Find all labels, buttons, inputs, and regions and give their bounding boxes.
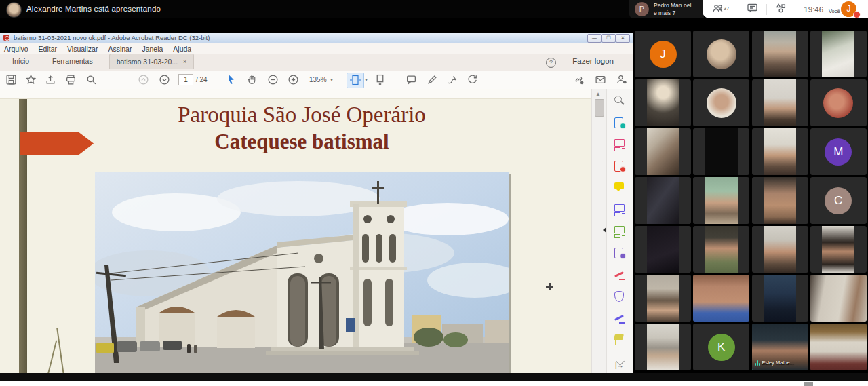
close-button[interactable]: ✕: [616, 34, 630, 43]
participant-video: [764, 79, 796, 126]
email-icon[interactable]: [595, 74, 606, 85]
minimize-button[interactable]: —: [587, 34, 601, 43]
share-upload-icon[interactable]: [45, 74, 56, 85]
certificates-icon[interactable]: [614, 313, 626, 324]
participant-tile[interactable]: [693, 128, 749, 175]
export-pdf-icon[interactable]: [614, 117, 626, 129]
zoom-caret-icon[interactable]: ▾: [330, 77, 333, 83]
zoom-in-icon[interactable]: [288, 74, 299, 85]
help-icon[interactable]: ?: [546, 58, 556, 68]
comment-icon[interactable]: [614, 182, 626, 194]
print-icon[interactable]: [65, 74, 77, 85]
page-bottom-strip: [0, 381, 868, 386]
participant-tile[interactable]: [752, 275, 808, 322]
participant-tile[interactable]: [635, 324, 691, 370]
participant-tile[interactable]: [810, 226, 867, 273]
fit-width-icon[interactable]: [374, 74, 386, 85]
participant-tile[interactable]: [752, 128, 808, 175]
participant-tile[interactable]: Esley Mathe...: [752, 324, 808, 370]
participant-tile[interactable]: [635, 275, 691, 322]
chat-icon[interactable]: [747, 3, 758, 16]
participant-initial-avatar: M: [825, 138, 852, 166]
pinned-participant-pill[interactable]: P Pedro Man oel e mais 7: [629, 0, 704, 18]
highlight-pen-icon[interactable]: [427, 74, 438, 85]
acrobat-app-icon: [3, 35, 9, 41]
edit-pdf-icon[interactable]: [614, 139, 626, 151]
menu-janela[interactable]: Janela: [142, 45, 163, 53]
participant-tile[interactable]: [752, 226, 808, 273]
participant-tile[interactable]: [693, 177, 749, 224]
participant-tile[interactable]: [810, 275, 867, 322]
zoom-out-icon[interactable]: [267, 74, 279, 85]
restore-button[interactable]: ❐: [601, 34, 616, 43]
convert-tool-icon[interactable]: [467, 74, 478, 85]
comment-tool-icon[interactable]: [406, 74, 417, 85]
stamp-icon[interactable]: [614, 334, 626, 346]
participant-initial-avatar: J: [650, 41, 677, 68]
menu-assinar[interactable]: Assinar: [108, 45, 132, 53]
menu-visualizar[interactable]: Visualizar: [67, 45, 98, 53]
select-tool-icon[interactable]: [225, 74, 237, 85]
participant-tile[interactable]: [693, 226, 749, 273]
previous-page-icon[interactable]: [138, 74, 149, 85]
activities-icon[interactable]: [775, 3, 787, 16]
participant-tile[interactable]: [635, 177, 691, 224]
acrobat-menubar: ArquivoEditarVisualizarAssinarJanelaAjud…: [0, 43, 633, 54]
menu-arquivo[interactable]: Arquivo: [4, 45, 28, 53]
zoom-level-label[interactable]: 135%: [309, 76, 327, 83]
participant-tile-avatar[interactable]: C: [810, 177, 867, 224]
find-icon[interactable]: [85, 74, 97, 85]
participant-tile-avatar[interactable]: M: [810, 128, 867, 175]
tab-document[interactable]: batismo 31-03-20...×: [109, 54, 195, 69]
participant-tile-avatar[interactable]: J: [635, 31, 691, 77]
participant-tile[interactable]: [752, 177, 808, 224]
save-icon[interactable]: [5, 74, 17, 85]
participant-video: [764, 128, 796, 175]
participant-tile[interactable]: [693, 31, 749, 77]
pdf-document-area[interactable]: Paroquia São José Operário Catequese bat…: [0, 89, 633, 373]
menu-ajuda[interactable]: Ajuda: [173, 45, 191, 53]
participant-tile[interactable]: [693, 275, 749, 322]
participant-tile[interactable]: [810, 324, 867, 370]
participant-photo-avatar: [823, 88, 853, 118]
tab-ferramentas[interactable]: Ferramentas: [45, 54, 100, 68]
scrollbar-thumb[interactable]: [595, 99, 604, 117]
fit-caret-icon[interactable]: ▾: [365, 77, 368, 83]
organize-pages-icon[interactable]: [614, 226, 626, 237]
fit-page-button[interactable]: [347, 73, 364, 88]
participant-tile[interactable]: [693, 79, 749, 126]
fill-sign-icon[interactable]: [446, 74, 458, 85]
participant-video: [647, 226, 679, 273]
audio-level-icon: [755, 360, 760, 366]
search-tools-icon[interactable]: [614, 96, 626, 107]
notification-badge: [853, 11, 861, 18]
combine-files-icon[interactable]: [614, 204, 626, 216]
share-link-icon[interactable]: [573, 74, 585, 85]
participant-tile[interactable]: [635, 128, 691, 175]
protect-pdf-icon[interactable]: [614, 291, 626, 303]
participant-tile[interactable]: [752, 31, 808, 77]
participant-tile[interactable]: [635, 226, 691, 273]
hand-tool-icon[interactable]: [246, 74, 258, 85]
next-page-icon[interactable]: [159, 74, 170, 85]
favorite-star-icon[interactable]: [25, 74, 37, 85]
create-pdf-icon[interactable]: [614, 161, 626, 172]
menu-editar[interactable]: Editar: [39, 45, 57, 53]
participant-tile[interactable]: [635, 79, 691, 126]
participant-tile[interactable]: [810, 79, 867, 126]
presenter-avatar: [6, 2, 22, 18]
participant-tile[interactable]: [752, 79, 808, 126]
page-number-input[interactable]: [178, 74, 193, 85]
scroll-up-icon[interactable]: ▲: [595, 91, 601, 97]
participant-tile[interactable]: [810, 31, 867, 77]
account-person-icon[interactable]: [616, 74, 627, 85]
fill-sign-icon[interactable]: [614, 269, 626, 281]
acrobat-title-bar[interactable]: batismo 31-03-2021 novo ok.pdf - Adobe A…: [0, 33, 633, 43]
participant-tile-avatar[interactable]: K: [693, 324, 749, 370]
tab-close-icon[interactable]: ×: [183, 58, 186, 65]
login-button[interactable]: Fazer logon: [572, 57, 614, 65]
participants-icon[interactable]: 37: [712, 3, 730, 16]
compress-pdf-icon[interactable]: [614, 248, 626, 259]
tab-inicio[interactable]: Início: [5, 54, 36, 68]
rail-resize-handle[interactable]: |→: [615, 362, 624, 369]
